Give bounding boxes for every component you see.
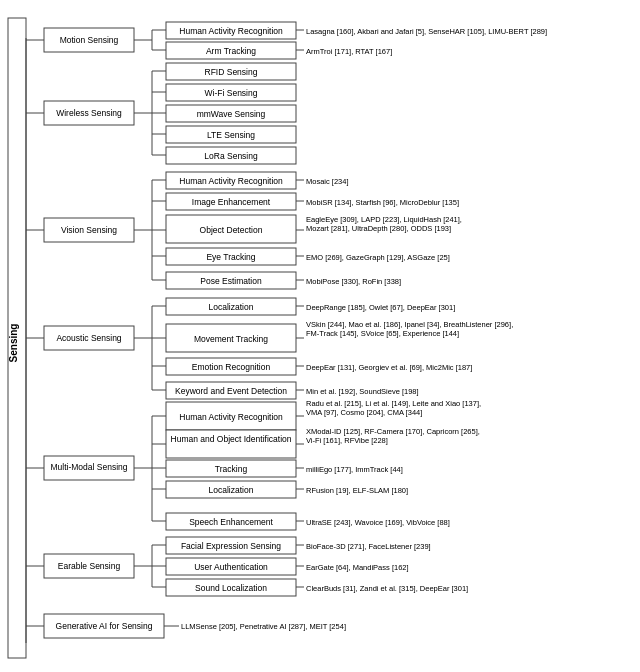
sub-acoustic-keyword: Keyword and Event Detection (175, 386, 287, 396)
sub-wireless-rfid: RFID Sensing (205, 67, 258, 77)
category-multimodal: Multi-Modal Sensing (50, 462, 127, 472)
root-label: Sensing (8, 324, 19, 363)
ref-ear-facial: BioFace-3D [271], FaceListener [239] (306, 542, 431, 551)
ref-mm-har-1: Radu et al. [215], Li et al. [149], Leit… (306, 399, 481, 408)
ref-ear-auth: EarGate [64], MandiPass [162] (306, 563, 409, 572)
sub-mm-har: Human Activity Recognition (179, 412, 283, 422)
sub-ear-auth: User Authentication (194, 562, 268, 572)
sub-ear-sound: Sound Localization (195, 583, 267, 593)
sub-motion-arm: Arm Tracking (206, 46, 256, 56)
ref-mm-speech: UltraSE [243], Wavoice [169], VibVoice [… (306, 518, 450, 527)
ref-motion-arm: ArmTroi [171], RTAT [167] (306, 47, 392, 56)
sub-mm-human-obj: Human and Object Identification (171, 434, 292, 444)
diagram-container: Sensing Motion Sensing Human Activity Re… (0, 0, 640, 672)
sub-acoustic-emotion: Emotion Recognition (192, 362, 271, 372)
sub-vision-pose: Pose Estimation (200, 276, 262, 286)
sub-vision-enhance: Image Enhancement (192, 197, 271, 207)
ref-vision-object-1: EagleEye [309], LAPD [223], LiquidHash [… (306, 215, 462, 224)
category-genai: Generative AI for Sensing (56, 621, 153, 631)
sub-wireless-lora: LoRa Sensing (204, 151, 258, 161)
category-acoustic: Acoustic Sensing (56, 333, 121, 343)
ref-mm-local: RFusion [19], ELF-SLAM [180] (306, 486, 408, 495)
ref-ear-sound: ClearBuds [31], Zandi et al. [315], Deep… (306, 584, 468, 593)
ref-mm-tracking: milliEgo [177], ImmTrack [44] (306, 465, 403, 474)
ref-acoustic-movement-1: VSkin [244], Mao et al. [186], Ipanel [3… (306, 320, 513, 329)
ref-motion-har: Lasagna [160], Akbari and Jafari [5], Se… (306, 27, 547, 36)
category-vision: Vision Sensing (61, 225, 117, 235)
ref-acoustic-keyword: Min et al. [192], SoundSieve [198] (306, 387, 419, 396)
svg-text:Vi-Fi [161], RFVibe [228]: Vi-Fi [161], RFVibe [228] (306, 436, 388, 445)
category-wireless: Wireless Sensing (56, 108, 122, 118)
sub-wireless-mmwave: mmWave Sensing (197, 109, 266, 119)
ref-vision-enhance: MobiSR [134], Starfish [96], MicroDeblur… (306, 198, 459, 207)
sub-acoustic-movement: Movement Tracking (194, 334, 268, 344)
sub-vision-object: Object Detection (200, 225, 263, 235)
sub-motion-har: Human Activity Recognition (179, 26, 283, 36)
sub-mm-speech: Speech Enhancement (189, 517, 273, 527)
tree-diagram: Sensing Motion Sensing Human Activity Re… (4, 8, 640, 672)
sub-mm-local: Localization (209, 485, 254, 495)
svg-text:VMA [97], Cosmo [204], CMA [34: VMA [97], Cosmo [204], CMA [344] (306, 408, 422, 417)
ref-acoustic-emotion: DeepEar [131], Georgiev et al. [69], Mic… (306, 363, 472, 372)
sub-acoustic-local: Localization (209, 302, 254, 312)
sub-mm-tracking: Tracking (215, 464, 248, 474)
sub-ear-facial: Facial Expression Sensing (181, 541, 281, 551)
ref-vision-eye: EMO [269], GazeGraph [129], ASGaze [25] (306, 253, 450, 262)
ref-vision-har: Mosaic [234] (306, 177, 349, 186)
ref-vision-pose: MobiPose [330], RoFin [338] (306, 277, 401, 286)
sub-vision-eye: Eye Tracking (206, 252, 255, 262)
ref-genai: LLMSense [205], Penetrative AI [287], ME… (181, 622, 346, 631)
sub-wireless-lte: LTE Sensing (207, 130, 255, 140)
sub-wireless-wifi: Wi-Fi Sensing (205, 88, 258, 98)
svg-text:FM-Track [145], SVoice [65], E: FM-Track [145], SVoice [65], Experience … (306, 329, 459, 338)
svg-text:Mozart [281], UltraDepth [280]: Mozart [281], UltraDepth [280], ODDS [19… (306, 224, 451, 233)
category-earable: Earable Sensing (58, 561, 121, 571)
ref-acoustic-local: DeepRange [185], Owlet [67], DeepEar [30… (306, 303, 455, 312)
ref-mm-human-obj-1: XModal-ID [125], RF-Camera [170], Capric… (306, 427, 480, 436)
category-motion-sensing: Motion Sensing (60, 35, 119, 45)
sub-vision-har: Human Activity Recognition (179, 176, 283, 186)
